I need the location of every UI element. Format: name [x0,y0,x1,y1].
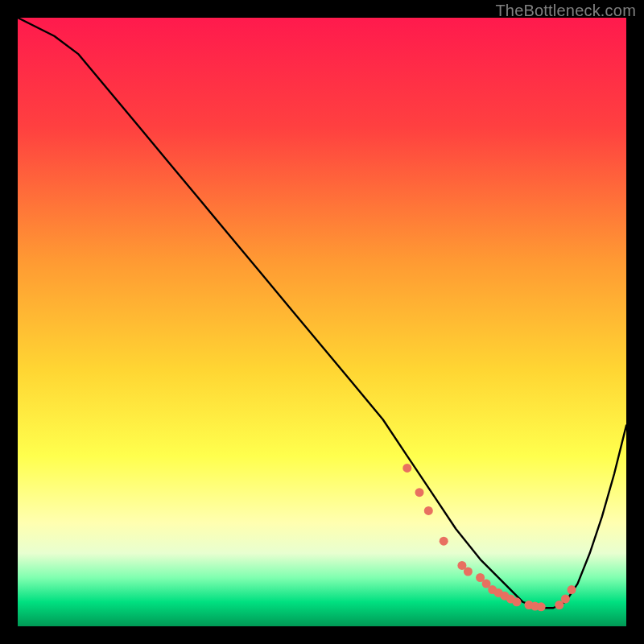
highlight-point [415,488,424,497]
chart-frame [18,18,626,626]
highlight-point [537,602,546,611]
heat-gradient-bg [18,18,626,626]
highlight-point [402,464,411,473]
highlight-point [512,597,521,606]
highlight-point [561,595,570,604]
highlight-point [464,568,473,576]
highlight-point [424,506,433,515]
watermark-label: TheBottleneck.com [495,2,636,20]
bottleneck-chart [18,18,626,626]
highlight-point [568,585,576,594]
highlight-point [440,537,448,546]
